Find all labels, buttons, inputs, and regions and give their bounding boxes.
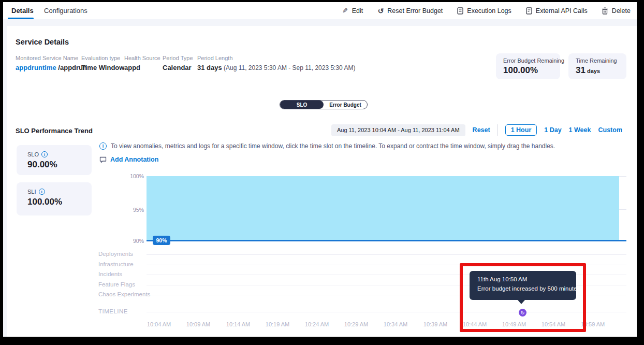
reset-error-budget-label: Reset Error Budget [387, 7, 443, 15]
delete-label: Delete [612, 7, 631, 15]
tooltip-arrow [517, 299, 525, 304]
tab-bar: Details Configurations Edit Reset Error … [3, 2, 637, 19]
x-tick[interactable]: 10:09 AM [186, 321, 210, 327]
slo-card: SLO 90.00% [17, 145, 92, 175]
field-value: appd [124, 64, 160, 71]
x-tick[interactable]: 10:24 AM [305, 321, 329, 327]
x-tick[interactable]: 10:34 AM [384, 321, 407, 327]
add-annotation-label: Add Annotation [110, 156, 158, 163]
info-circle-icon[interactable] [39, 189, 45, 195]
x-tick[interactable]: 10:49 AM [502, 321, 526, 327]
left-gutter [3, 19, 7, 337]
field-value: 31 days [197, 64, 222, 71]
y-tick-90: 90% [123, 238, 144, 244]
field-label: Health Source [124, 55, 160, 61]
time-remaining-card: Time Remaining 31 days [568, 53, 626, 79]
x-tick[interactable]: 10:54 AM [541, 321, 565, 327]
slo-target-badge: 90% [153, 236, 170, 245]
toggle-slo[interactable]: SLO [280, 100, 324, 109]
execution-logs-button[interactable]: Execution Logs [457, 7, 511, 15]
info-row: To view anomalies, metrics and logs for … [99, 142, 555, 150]
range-custom[interactable]: Custom [598, 126, 622, 134]
divider-strip [3, 19, 637, 26]
period-range: (Aug 11, 2023 5:30 AM - Sep 11, 2023 5:3… [222, 64, 356, 71]
lane-infrastructure: Infrastructure [98, 261, 134, 267]
field-period-length: Period Length 31 days (Aug 11, 2023 5:30… [197, 55, 355, 71]
page: Details Configurations Edit Reset Error … [3, 2, 637, 337]
field-label: Period Length [197, 55, 355, 61]
sli-value: 100.00% [27, 197, 81, 207]
reset-link[interactable]: Reset [473, 126, 490, 134]
trash-icon [602, 7, 609, 15]
execution-logs-label: Execution Logs [467, 7, 511, 15]
card-value: 100.00% [503, 65, 553, 76]
delete-button[interactable]: Delete [602, 7, 631, 15]
x-tick[interactable]: 10:04 AM [147, 321, 171, 327]
add-annotation-button[interactable]: Add Annotation [99, 156, 158, 163]
field-label: Evaluation type [81, 55, 124, 61]
timeline-label: TIMELINE [98, 308, 128, 314]
card-label: Time Remaining [576, 58, 619, 64]
document-icon [457, 7, 464, 15]
field-evaluation-type: Evaluation type Time Window [81, 55, 124, 71]
tooltip-time: 11th Aug 10:50 AM [477, 276, 568, 282]
slo-target-line [147, 240, 626, 241]
x-tick[interactable]: 10:29 AM [344, 321, 368, 327]
speech-bubble-icon [99, 156, 107, 163]
edit-button[interactable]: Edit [342, 7, 363, 15]
card-unit: days [586, 68, 600, 74]
lane-incidents: Incidents [98, 271, 122, 277]
field-label: Period Type [163, 55, 193, 61]
timeline-track[interactable] [147, 312, 626, 312]
x-tick[interactable]: 10:59 AM [581, 321, 605, 327]
tooltip-message: Error budget increased by 500 minutes [477, 285, 568, 292]
x-tick[interactable]: 10:19 AM [266, 321, 289, 327]
reset-error-budget-button[interactable]: Reset Error Budget [377, 7, 443, 15]
external-api-calls-label: External API Calls [536, 7, 588, 15]
field-health-source: Health Source appd [124, 55, 160, 71]
monitored-service-link[interactable]: appdruntime [16, 64, 56, 71]
reset-icon [377, 7, 384, 15]
lane-chaos-experiments: Chaos Experiments [98, 291, 150, 297]
service-details-title: Service Details [16, 38, 69, 46]
x-tick[interactable]: 10:44 AM [463, 321, 487, 327]
x-tick[interactable]: 10:14 AM [226, 321, 250, 327]
field-monitored-service: Monitored Service Name appdruntime /appd… [16, 55, 87, 71]
range-1-hour[interactable]: 1 Hour [505, 124, 537, 136]
x-tick[interactable]: 10:39 AM [423, 321, 447, 327]
trend-title: SLO Performance Trend [16, 127, 93, 135]
field-label: Monitored Service Name [16, 55, 87, 61]
tab-configurations[interactable]: Configurations [44, 2, 87, 19]
info-circle-icon[interactable] [41, 151, 48, 157]
info-circle-icon [99, 142, 107, 150]
lane-feature-flags: Feature Flags [98, 281, 135, 288]
y-tick-95: 95% [123, 207, 144, 213]
document-icon [525, 7, 533, 15]
edit-label: Edit [352, 7, 363, 15]
annotation-tooltip: 11th Aug 10:50 AM Error budget increased… [470, 271, 576, 300]
date-range-pill: Aug 11, 2023 10:04 AM - Aug 11, 2023 11:… [331, 124, 465, 136]
pencil-icon [342, 7, 349, 15]
annotation-event-icon[interactable] [519, 309, 526, 317]
lane-track [147, 265, 626, 265]
slo-label: SLO [27, 151, 39, 157]
error-budget-remaining-card: Error Budget Remaining 100.00% [496, 53, 560, 79]
toggle-error-budget[interactable]: Error Budget [324, 100, 367, 109]
card-value: 31 [576, 65, 586, 75]
range-1-week[interactable]: 1 Week [569, 126, 591, 134]
view-toggle: SLO Error Budget [280, 100, 368, 109]
slo-value: 90.00% [27, 160, 81, 170]
sli-area-series[interactable] [147, 176, 619, 240]
trend-controls: Aug 11, 2023 10:04 AM - Aug 11, 2023 11:… [331, 123, 622, 137]
field-value: Calendar [163, 64, 193, 71]
card-label: Error Budget Remaining [503, 58, 553, 64]
sli-card: SLI 100.00% [17, 182, 92, 215]
y-tick-100: 100% [123, 173, 144, 179]
header-toolbar: Edit Reset Error Budget Execution Logs E… [342, 2, 631, 19]
sli-label: SLI [27, 189, 36, 195]
tab-details[interactable]: Details [11, 2, 34, 19]
field-value: Time Window [81, 64, 124, 71]
external-api-calls-button[interactable]: External API Calls [525, 7, 588, 15]
range-1-day[interactable]: 1 Day [544, 126, 561, 134]
info-text: To view anomalies, metrics and logs for … [111, 142, 555, 150]
